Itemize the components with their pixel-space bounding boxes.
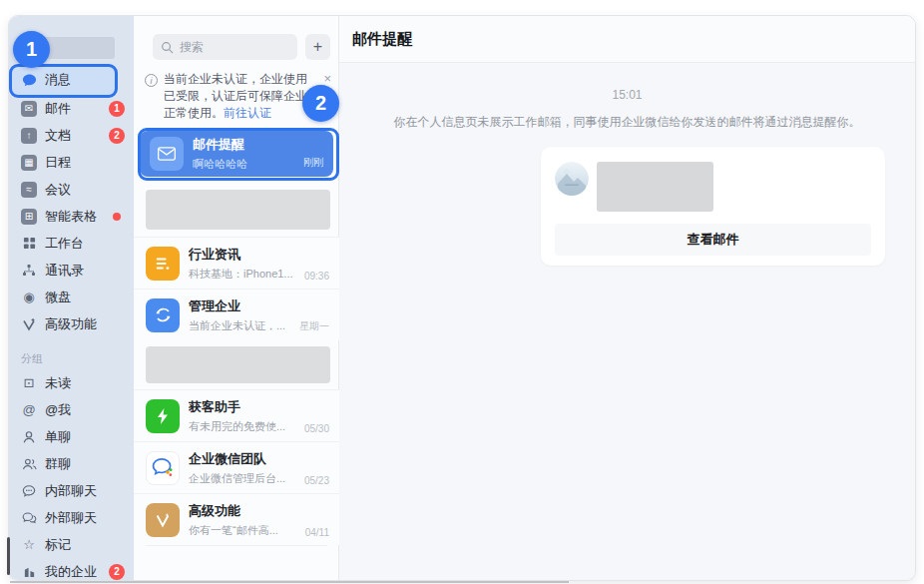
sidebar: 消息 ✉ 邮件 1 ↑ 文档 2 ▦ 日程 ≈ [9,16,134,580]
sidebar-item-mail[interactable]: ✉ 邮件 1 [9,95,134,122]
drive-icon: ◉ [21,290,37,305]
sidebar-item-direct-chats[interactable]: 单聊 [9,423,134,450]
annotation-ring-1 [9,64,118,98]
red-dot-badge [113,213,121,221]
search-icon [161,41,174,54]
sidebar-item-workbench[interactable]: 工作台 [9,230,134,257]
mail-icon: ✉ [21,101,37,117]
advanced-features-avatar-icon [146,503,180,537]
chat-time: 星期一 [299,319,329,333]
star-icon: ☆ [21,537,37,553]
sidebar-item-drive[interactable]: ◉ 微盘 [9,284,134,310]
chat-title: 行业资讯 [189,246,300,264]
unread-badge: 2 [109,128,125,144]
sidebar-item-label: 外部聊天 [45,509,125,527]
section-label: 分组 [21,351,125,366]
chat-subtitle: 企业微信管理后台... [189,471,300,486]
sidebar-item-label: 邮件 [45,100,109,118]
chat-time: 09:36 [304,271,329,282]
sidebar-item-label: @我 [45,401,125,419]
two-bubbles-icon [21,510,37,526]
chat-time: 04/11 [305,527,329,538]
screen: 消息 ✉ 邮件 1 ↑ 文档 2 ▦ 日程 ≈ [0,0,924,584]
annotation-badge-2: 2 [302,85,339,122]
redacted-sender-info [597,162,713,212]
sidebar-item-calendar[interactable]: ▦ 日程 [9,149,134,176]
sidebar-item-label: 智能表格 [45,208,113,226]
unread-badge: 2 [109,564,125,580]
chat-title: 高级功能 [189,502,301,520]
info-icon: i [145,74,158,87]
sidebar-section-groups: 分组 [9,337,134,369]
sidebar-item-advanced[interactable]: 高级功能 [9,310,134,337]
conversation-panel: 邮件提醒 15:01 你在个人信息页未展示工作邮箱，同事使用企业微信给你发送的邮… [339,16,915,580]
chat-dots-icon [21,483,37,499]
sidebar-item-label: 内部聊天 [45,482,125,500]
chat-item-lead-assistant[interactable]: 获客助手 有未用完的免费使... 05/30 [134,389,339,441]
chat-title: 获客助手 [189,398,300,416]
message-timestamp: 15:01 [612,88,642,102]
sidebar-item-docs[interactable]: ↑ 文档 2 [9,122,134,149]
sidebar-item-label: 高级功能 [45,315,125,333]
advanced-features-icon [21,316,37,332]
sidebar-item-label: 工作台 [45,235,125,253]
sidebar-item-group-chats[interactable]: 群聊 [9,450,134,477]
chat-item-manage-company[interactable]: 管理企业 当前企业未认证，... 星期一 [134,289,339,340]
divider [146,545,327,546]
sidebar-item-label: 日程 [45,154,125,172]
wecom-team-avatar-icon [146,451,180,485]
chat-title: 管理企业 [189,297,295,315]
wecom-window: 消息 ✉ 邮件 1 ↑ 文档 2 ▦ 日程 ≈ [8,15,916,581]
sender-avatar [555,162,589,196]
chat-subtitle: 你有一笔“邮件高... [189,523,301,538]
window-bottom-edge [10,581,569,583]
sidebar-item-label: 未读 [45,374,125,392]
unread-badge: 1 [109,101,125,117]
chat-subtitle: 当前企业未认证，... [189,318,295,333]
verify-link[interactable]: 前往认证 [224,106,271,120]
sidebar-item-contacts[interactable]: 通讯录 [9,257,134,284]
unread-filter-icon: ⊡ [21,375,37,391]
close-icon[interactable]: × [323,71,331,86]
sidebar-item-unread[interactable]: ⊡ 未读 [9,369,134,396]
sidebar-item-label: 我的企业 [45,563,109,581]
conversation-title: 邮件提醒 [352,30,412,49]
docs-icon: ↑ [21,128,37,144]
chat-subtitle: 科技基地：iPhone1... [189,267,300,282]
chat-item-advanced-features[interactable]: 高级功能 你有一笔“邮件高... 04/11 [134,493,339,545]
redacted-chat-item [146,190,330,230]
sidebar-item-meeting[interactable]: ≈ 会议 [9,176,134,203]
sidebar-item-internal-chats[interactable]: 内部聊天 [9,477,134,504]
scrollbar-thumb[interactable] [7,537,10,575]
sidebar-item-label: 通讯录 [45,262,125,280]
industry-news-avatar-icon [146,247,180,281]
sidebar-item-smart-table[interactable]: ⊞ 智能表格 [9,203,134,230]
search-input[interactable]: 搜索 [153,34,297,60]
sidebar-nav: 消息 ✉ 邮件 1 ↑ 文档 2 ▦ 日程 ≈ [9,65,134,581]
sidebar-item-my-company[interactable]: 我的企业 2 [9,558,134,581]
meeting-icon: ≈ [21,182,37,198]
contacts-icon [21,263,37,279]
sidebar-item-external-chats[interactable]: 外部聊天 [9,504,134,531]
calendar-icon: ▦ [21,155,37,171]
add-button[interactable]: + [305,34,330,60]
chat-item-wecom-team[interactable]: 企业微信团队 企业微信管理后台... 05/23 [134,441,339,493]
message-area: 15:01 你在个人信息页未展示工作邮箱，同事使用企业微信给你发送的邮件将通过消… [339,63,915,580]
sidebar-item-starred[interactable]: ☆ 标记 [9,531,134,558]
lead-assistant-avatar-icon [146,399,180,433]
company-icon [21,564,37,580]
chat-time: 05/23 [304,475,329,486]
smart-table-icon: ⊞ [21,209,37,225]
search-placeholder: 搜索 [180,39,204,56]
chat-subtitle: 有未用完的免费使... [189,419,300,434]
annotation-ring-2 [138,128,339,181]
chat-item-industry-news[interactable]: 行业资讯 科技基地：iPhone1... 09:36 [134,237,339,289]
mail-message-card: 查看邮件 [541,147,885,266]
person-icon [21,429,37,445]
chat-time: 05/30 [304,423,329,434]
sidebar-item-label: 微盘 [45,289,125,306]
sidebar-item-mentions[interactable]: @ @我 [9,396,134,423]
redacted-chat-item [146,346,330,383]
sidebar-item-label: 文档 [45,127,109,145]
view-mail-button[interactable]: 查看邮件 [555,224,871,256]
